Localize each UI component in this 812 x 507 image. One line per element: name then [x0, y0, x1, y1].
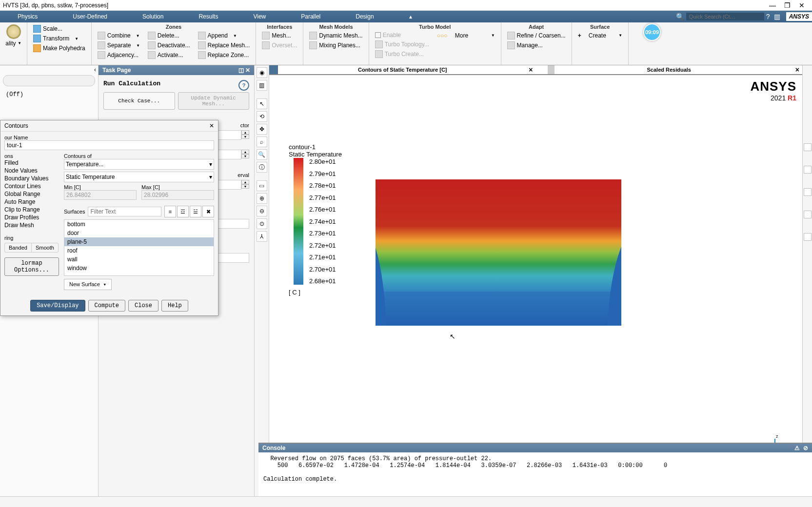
surfaces-select-all-icon[interactable]: ☲	[177, 206, 189, 217]
mesh-interfaces-button[interactable]: Mesh...	[260, 31, 299, 40]
layout-icon[interactable]: ▥	[774, 13, 780, 20]
fit-icon[interactable]: ▭	[257, 180, 267, 191]
option-item[interactable]: Auto Range	[4, 198, 59, 206]
surface-item[interactable]: window	[64, 264, 214, 273]
option-item[interactable]: Global Range	[4, 190, 59, 198]
warning-icon[interactable]: ⚠	[794, 445, 800, 451]
minimize-button[interactable]: —	[765, 1, 780, 9]
clear-console-icon[interactable]: ⊘	[803, 445, 808, 451]
surface-item[interactable]: plane-5	[64, 237, 214, 246]
zoom-reset-icon[interactable]: ⊙	[257, 218, 267, 229]
help-dialog-button[interactable]: Help	[161, 300, 188, 312]
replace-mesh-button[interactable]: Replace Mesh...	[196, 41, 252, 50]
surfaces-deselect-icon[interactable]: ☱	[190, 206, 201, 217]
append-button[interactable]: Append ▾	[196, 31, 252, 40]
option-item[interactable]: Node Values	[4, 167, 59, 175]
surfaces-clear-icon[interactable]: ✖	[202, 206, 214, 217]
surface-item[interactable]: door	[64, 229, 214, 237]
scale-button[interactable]: Scale...	[31, 24, 87, 33]
option-item[interactable]: Draw Mesh	[4, 221, 59, 229]
surface-item[interactable]: roof	[64, 246, 214, 255]
option-item[interactable]: Contour Lines	[4, 182, 59, 190]
viewport[interactable]: ANSYS 2021 R1 contour-1 Static Temperatu…	[269, 75, 802, 496]
menu-parallel[interactable]: Parallel	[283, 11, 338, 22]
menu-design[interactable]: Design	[338, 11, 391, 22]
collapse-outline-icon[interactable]: ‹	[94, 66, 96, 73]
menu-view[interactable]: View	[236, 11, 283, 22]
quality-wheel-icon[interactable]	[6, 24, 21, 39]
menu-results[interactable]: Results	[181, 11, 236, 22]
option-item[interactable]: Draw Profiles	[4, 214, 59, 221]
maximize-button[interactable]: ❐	[780, 1, 794, 9]
spin-up-icon[interactable]: ▲	[241, 130, 249, 135]
right-tool-4[interactable]	[804, 211, 812, 218]
adjacency-button[interactable]: Adjacency...	[96, 51, 142, 59]
surfaces-list[interactable]: bottomdoorplane-5roofwallwindow	[64, 219, 214, 276]
close-window-button[interactable]: ✕	[794, 1, 809, 9]
ring-toggle[interactable]: BandedSmooth	[4, 243, 59, 253]
info-icon[interactable]: ⓘ	[257, 162, 267, 173]
surfaces-toggle-icon[interactable]: ≡	[164, 206, 176, 217]
turbo-enable-checkbox[interactable]: Enable	[373, 31, 431, 39]
combine-button[interactable]: Combine ▾	[96, 31, 142, 40]
menu-more-icon[interactable]: ▴	[392, 11, 430, 22]
pan-icon[interactable]: ✥	[257, 124, 267, 135]
console-output[interactable]: Reversed flow on 2075 faces (53.7% area)…	[258, 452, 812, 496]
contour-name-input[interactable]	[4, 140, 214, 150]
make-polyhedra-button[interactable]: Make Polyhedra	[31, 44, 87, 53]
zoom-in-icon[interactable]: ⊕	[257, 193, 267, 204]
outline-filter-input[interactable]	[3, 75, 95, 86]
quick-search-input[interactable]	[686, 13, 764, 20]
option-item[interactable]: Clip to Range	[4, 206, 59, 214]
menu-physics[interactable]: Physics	[0, 11, 55, 22]
delete-button[interactable]: Delete...	[146, 31, 192, 40]
close-button[interactable]: Close	[128, 300, 158, 312]
surface-item[interactable]: bottom	[64, 220, 214, 229]
right-tool-3[interactable]	[804, 188, 812, 196]
close-tab-icon[interactable]: ×	[529, 66, 533, 74]
create-surface-button[interactable]: + Create ▾	[576, 31, 624, 39]
surfaces-filter-input[interactable]	[88, 207, 161, 216]
new-surface-button[interactable]: New Surface ▾	[64, 279, 112, 290]
manage-adapt-button[interactable]: Manage...	[505, 41, 568, 50]
save-display-button[interactable]: Save/Display	[30, 300, 85, 312]
deactivate-button[interactable]: Deactivate...	[146, 41, 192, 50]
undock-icon[interactable]: ◫	[238, 67, 244, 74]
separate-button[interactable]: Separate ▾	[96, 41, 142, 50]
tab-contours[interactable]: Contours of Static Temperature [C] ×	[269, 65, 536, 74]
right-tool-5[interactable]	[804, 233, 812, 241]
probe-icon[interactable]: ◉	[257, 67, 267, 78]
colormap-options-button[interactable]: lormap Options...	[4, 257, 59, 276]
help-button[interactable]: ?	[238, 80, 249, 91]
option-item[interactable]: Boundary Values	[4, 175, 59, 182]
replace-zone-button[interactable]: Replace Zone...	[196, 51, 252, 59]
pointer-icon[interactable]: ↖	[257, 98, 267, 109]
field-category-select[interactable]: Temperature...▾	[64, 159, 214, 170]
activate-button[interactable]: Activate...	[146, 51, 192, 59]
field-variable-select[interactable]: Static Temperature▾	[64, 172, 214, 182]
zoom-icon[interactable]: 🔍	[257, 149, 267, 160]
menu-solution[interactable]: Solution	[125, 11, 181, 22]
compute-button[interactable]: Compute	[88, 300, 125, 312]
tree-item[interactable]: (Off)	[0, 89, 98, 100]
right-tool-2[interactable]	[804, 166, 812, 174]
rotate-icon[interactable]: ⟲	[257, 111, 267, 122]
menu-user-defined[interactable]: User-Defined	[55, 11, 125, 22]
spin-down-icon[interactable]: ▼	[241, 135, 249, 139]
tab-residuals[interactable]: Scaled Residuals ×	[536, 65, 803, 74]
zoom-out-icon[interactable]: ⊖	[257, 206, 267, 216]
quality-label[interactable]: ality ▾	[3, 39, 23, 47]
surface-item[interactable]: wall	[64, 255, 214, 264]
refine-coarsen-button[interactable]: Refine / Coarsen...	[505, 31, 568, 40]
mixing-planes-button[interactable]: Mixing Planes...	[307, 41, 364, 50]
help-icon[interactable]: ?	[766, 13, 770, 20]
zoom-box-icon[interactable]: ⌕	[257, 136, 267, 147]
close-taskpage-icon[interactable]: ✕	[245, 67, 250, 74]
transform-button[interactable]: Transform ▾	[31, 34, 87, 43]
layers-icon[interactable]: ▥	[257, 80, 267, 91]
dynamic-mesh-button[interactable]: Dynamic Mesh...	[307, 31, 364, 40]
check-case-button[interactable]: Check Case...	[103, 92, 175, 110]
close-tab-icon[interactable]: ×	[795, 66, 799, 74]
right-tool-1[interactable]	[804, 143, 812, 151]
close-dialog-icon[interactable]: ✕	[209, 122, 214, 129]
